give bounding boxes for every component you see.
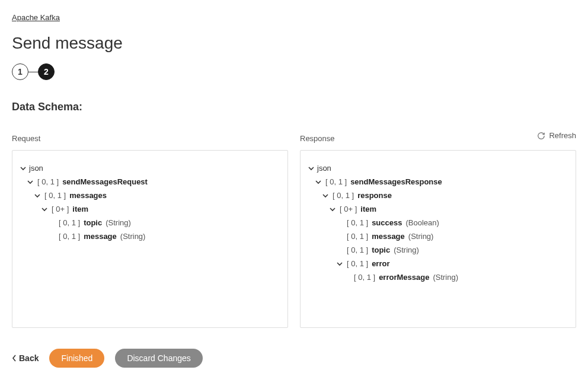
tree-node[interactable]: [ 0+ ] item: [329, 202, 565, 216]
cardinality: [ 0, 1 ]: [347, 259, 368, 268]
tree-node[interactable]: [ 0, 1 ] sendMessagesRequest: [27, 175, 277, 189]
page-title: Send message: [12, 34, 576, 53]
cardinality: [ 0, 1 ]: [59, 218, 80, 227]
chevron-down-icon[interactable]: [27, 178, 34, 186]
cardinality: [ 0, 1 ]: [325, 177, 347, 186]
chevron-down-icon[interactable]: [308, 165, 315, 172]
node-name: sendMessagesRequest: [62, 177, 148, 186]
chevron-down-icon[interactable]: [20, 165, 27, 172]
node-name: error: [372, 259, 389, 268]
tree-leaf[interactable]: [ 0, 1 ] success (Boolean): [336, 216, 565, 229]
node-type: (String): [120, 232, 146, 241]
chevron-down-icon[interactable]: [41, 206, 48, 213]
refresh-label: Refresh: [549, 131, 576, 140]
cardinality: [ 0, 1 ]: [347, 245, 368, 254]
cardinality: [ 0, 1 ]: [37, 177, 59, 186]
node-type: (String): [408, 232, 434, 241]
refresh-icon: [537, 132, 545, 140]
chevron-down-icon[interactable]: [315, 178, 322, 186]
request-tree: json [ 0, 1 ] sendMessagesRequest [ 0, 1…: [12, 150, 288, 328]
node-type: (Boolean): [405, 218, 439, 227]
footer-actions: Back Finished Discard Changes: [12, 349, 576, 368]
node-name: success: [372, 218, 402, 227]
cardinality: [ 0, 1 ]: [347, 218, 368, 227]
node-name: item: [360, 205, 376, 213]
node-type: (String): [394, 245, 419, 254]
cardinality: [ 0, 1 ]: [354, 273, 375, 282]
node-name: errorMessage: [379, 273, 429, 282]
tree-leaf[interactable]: [ 0, 1 ] topic (String): [336, 243, 565, 257]
chevron-down-icon[interactable]: [336, 260, 343, 267]
tree-leaf[interactable]: [ 0, 1 ] message (String): [48, 229, 277, 243]
tree-node[interactable]: [ 0, 1 ] sendMessagesResponse: [315, 175, 565, 189]
step-connector: [28, 72, 38, 72]
node-type: (String): [106, 218, 131, 227]
response-label: Response: [300, 134, 576, 143]
chevron-down-icon[interactable]: [322, 192, 329, 199]
node-type: (String): [433, 273, 458, 282]
tree-node[interactable]: [ 0+ ] item: [41, 202, 277, 216]
tree-node[interactable]: [ 0, 1 ] messages: [34, 189, 277, 202]
node-name: sendMessagesResponse: [350, 177, 442, 186]
node-name: message: [372, 232, 405, 241]
response-panel: Response json [ 0, 1 ] sendMessagesRespo…: [300, 134, 576, 328]
breadcrumb-link[interactable]: Apache Kafka: [12, 13, 60, 22]
step-1[interactable]: 1: [12, 63, 28, 80]
node-label: json: [29, 164, 43, 173]
tree-node[interactable]: [ 0, 1 ] error: [336, 257, 565, 270]
cardinality: [ 0, 1 ]: [333, 191, 354, 200]
tree-node-root[interactable]: json: [308, 161, 565, 175]
node-name: topic: [84, 218, 102, 227]
discard-button[interactable]: Discard Changes: [115, 349, 202, 368]
cardinality: [ 0, 1 ]: [44, 191, 66, 200]
node-name: messages: [69, 191, 107, 200]
tree-node-root[interactable]: json: [20, 161, 277, 175]
section-title: Data Schema:: [12, 101, 576, 113]
tree-node[interactable]: [ 0, 1 ] response: [322, 189, 565, 202]
chevron-left-icon: [12, 355, 17, 362]
tree-leaf[interactable]: [ 0, 1 ] message (String): [336, 229, 565, 243]
node-name: message: [84, 232, 117, 241]
node-label: json: [317, 164, 331, 173]
response-tree: json [ 0, 1 ] sendMessagesResponse [ 0, …: [300, 150, 576, 328]
cardinality: [ 0+ ]: [340, 205, 357, 213]
cardinality: [ 0, 1 ]: [59, 232, 80, 241]
refresh-button[interactable]: Refresh: [537, 131, 576, 140]
chevron-down-icon[interactable]: [34, 192, 41, 199]
node-name: item: [72, 205, 88, 213]
back-button[interactable]: Back: [12, 353, 39, 363]
tree-leaf[interactable]: [ 0, 1 ] topic (String): [48, 216, 277, 229]
wizard-steps: 1 2: [12, 63, 576, 80]
request-label: Request: [12, 134, 288, 143]
node-name: response: [357, 191, 392, 200]
cardinality: [ 0, 1 ]: [347, 232, 368, 241]
finished-button[interactable]: Finished: [49, 349, 104, 368]
step-2[interactable]: 2: [38, 63, 55, 80]
request-panel: Request json [ 0, 1 ] sendMessagesReques…: [12, 134, 288, 328]
tree-leaf[interactable]: [ 0, 1 ] errorMessage (String): [343, 270, 565, 284]
node-name: topic: [372, 245, 390, 254]
chevron-down-icon[interactable]: [329, 206, 336, 213]
back-label: Back: [19, 353, 39, 363]
cardinality: [ 0+ ]: [52, 205, 69, 213]
